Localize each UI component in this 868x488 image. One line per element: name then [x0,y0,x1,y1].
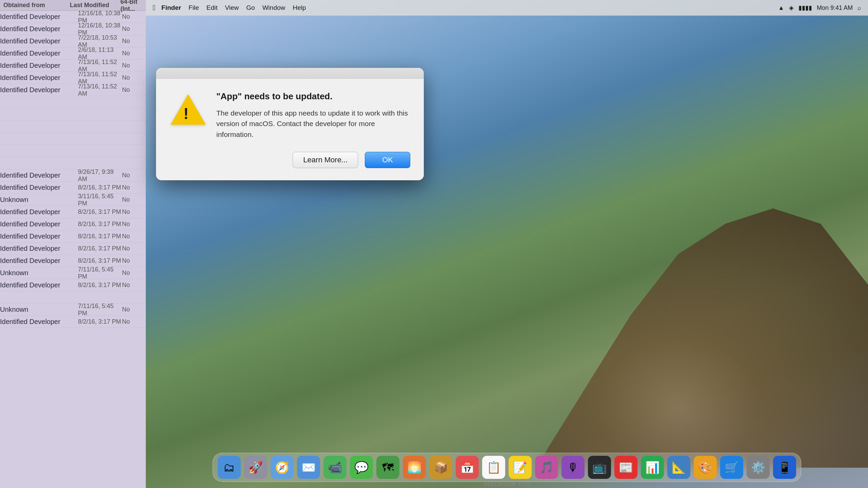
dock-icon-appletv[interactable]: 📺 [588,456,611,479]
cell-obtained-from: Identified Developer [0,74,78,82]
dock-icon-setapp[interactable]: 📱 [773,456,796,479]
cell-last-modified: 8/2/16, 3:17 PM [78,257,122,264]
learn-more-button[interactable]: Learn More... [293,152,358,168]
dock-icon-launchpad[interactable]: 🚀 [244,456,267,479]
cell-last-modified: 8/2/16, 3:17 PM [78,184,122,191]
dialog-content: "App" needs to be updated. The developer… [156,79,424,152]
menubar-file[interactable]: File [189,4,199,12]
dock-icon-appstore[interactable]: 🛒 [720,456,743,479]
airdrop-icon: ◈ [789,4,794,12]
cell-obtained-from: Identified Developer [0,25,78,33]
cell-64bit: No [122,233,142,240]
cell-obtained-from: Unknown [0,306,78,313]
cell-last-modified: 9/26/17, 9:39 AM [78,168,122,183]
cell-obtained-from: Identified Developer [0,62,78,69]
dock-icon-podcasts[interactable]: 🎙 [561,456,585,479]
dialog-titlebar [156,68,424,79]
table-row: Identified Developer 7/13/16, 11:52 AM N… [0,60,149,72]
table-row [0,133,149,145]
menubar-finder[interactable]: Finder [161,4,181,12]
cell-64bit: No [122,245,142,252]
menubar-go[interactable]: Go [246,4,255,12]
table-row: Identified Developer 7/13/16, 11:52 AM N… [0,84,149,96]
dialog-body: The developer of this app needs to updat… [216,108,410,140]
dock-icon-safari[interactable]: 🧭 [271,456,294,479]
alert-dialog: "App" needs to be updated. The developer… [156,68,424,180]
dock-icon-messages[interactable]: 💬 [350,456,373,479]
cell-obtained-from: Identified Developer [0,257,78,265]
dock-icon-systemprefs[interactable]: ⚙️ [747,456,770,479]
cell-obtained-from: Identified Developer [0,318,78,326]
menubar-view[interactable]: View [225,4,239,12]
table-row: Identified Developer 12/16/18, 10:38 PM … [0,23,149,35]
dock-icon-news[interactable]: 📰 [614,456,637,479]
dock-icon-itunes[interactable]: 🎵 [535,456,558,479]
cell-obtained-from: Identified Developer [0,86,78,94]
cell-64bit: No [122,208,142,216]
cell-last-modified: 8/2/16, 3:17 PM [78,245,122,252]
cell-obtained-from: Identified Developer [0,232,78,240]
table-row [0,121,149,133]
cell-64bit: No [122,184,142,191]
cell-64bit: No [122,269,142,277]
dock-icon-keka[interactable]: 📦 [429,456,452,479]
cell-64bit: No [122,50,142,57]
table-row: Identified Developer 8/2/16, 3:17 PM No [0,316,149,328]
dock-icon-calendar[interactable]: 📅 [456,456,479,479]
cell-64bit: No [122,257,142,264]
dialog-title: "App" needs to be updated. [216,91,410,102]
search-menubar-icon[interactable]: ⌕ [857,4,861,12]
dialog-text-area: "App" needs to be updated. The developer… [216,91,410,140]
menubar-edit[interactable]: Edit [206,4,218,12]
table-header: Obtained from Last Modified 64-Bit (Int.… [0,0,149,11]
dock-icon-reminders[interactable]: 📋 [482,456,505,479]
table-row: Unknown 7/11/16, 5:45 PM No [0,267,149,279]
cell-64bit: No [122,38,142,45]
cell-obtained-from: Identified Developer [0,281,78,289]
table-row: Unknown 3/11/16, 5:45 PM No [0,194,149,206]
dock-icon-notes[interactable]: 📝 [509,456,532,479]
dialog-buttons: Learn More... OK [156,152,424,180]
dock-icon-photos[interactable]: 🌅 [403,456,426,479]
col-obtained-from: Obtained from [3,2,70,9]
cell-last-modified: 8/2/16, 3:17 PM [78,233,122,240]
dock-icon-maps[interactable]: 🗺 [376,456,399,479]
table-row: Identified Developer 8/2/16, 3:17 PM No [0,255,149,267]
table-row [0,96,149,108]
catalina-cliff [393,163,868,468]
cell-obtained-from: Identified Developer [0,245,78,252]
dock-icon-mail[interactable]: ✉️ [297,456,320,479]
cell-obtained-from: Identified Developer [0,184,78,191]
ok-button[interactable]: OK [365,152,410,168]
table-row: Identified Developer 2/6/18, 11:13 AM No [0,47,149,60]
table-row [0,157,149,169]
table-row: Unknown 7/11/16, 5:45 PM No [0,304,149,316]
dock-icon-keynote[interactable]: 📐 [667,456,690,479]
macbook-laptop:  Finder File Edit View Go Window Help ▲… [146,0,868,488]
menubar-help[interactable]: Help [293,4,306,12]
menubar-window[interactable]: Window [262,4,285,12]
cell-last-modified: 7/13/16, 11:52 AM [78,83,122,97]
table-row: Identified Developer 8/2/16, 3:17 PM No [0,206,149,218]
cell-last-modified: 8/2/16, 3:17 PM [78,318,122,325]
table-row: Identified Developer 8/2/16, 3:17 PM No [0,218,149,230]
clock: Mon 9:41 AM [817,4,853,12]
dock-icon-facetime[interactable]: 📹 [323,456,347,479]
cell-obtained-from: Identified Developer [0,37,78,45]
cell-64bit: No [122,74,142,81]
apple-menu-icon[interactable]:  [153,3,155,12]
cell-64bit: No [122,172,142,179]
cell-obtained-from: Unknown [0,269,78,277]
menubar-right-items: ▲ ◈ ▮▮▮▮ Mon 9:41 AM ⌕ [778,4,861,12]
table-row: Identified Developer 8/2/16, 3:17 PM No [0,279,149,291]
dock-icon-screaming[interactable]: 🎨 [694,456,717,479]
table-row [0,108,149,121]
dock-icon-numbers[interactable]: 📊 [641,456,664,479]
table-row: Identified Developer 7/22/18, 10:53 AM N… [0,35,149,47]
table-row: Identified Developer 8/2/16, 3:17 PM No [0,230,149,243]
finder-table-body: Identified Developer 12/16/18, 10:38 PM … [0,11,149,328]
warning-triangle [171,94,206,125]
dock-icon-finder[interactable]: 🗂 [218,456,241,479]
cell-obtained-from: Identified Developer [0,220,78,228]
warning-icon [170,91,207,128]
